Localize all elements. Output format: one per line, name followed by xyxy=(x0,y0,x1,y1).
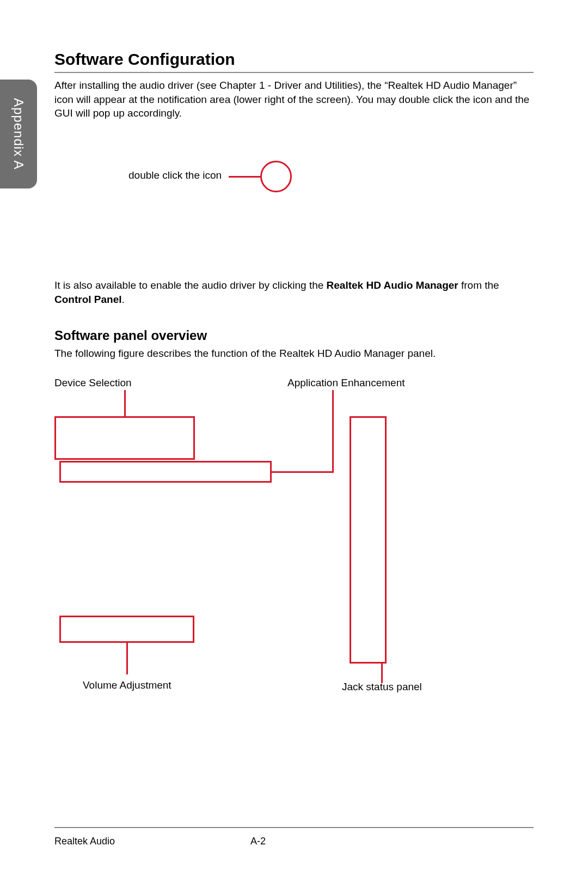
callout-line xyxy=(381,664,383,683)
intro-paragraph: After installing the audio driver (see C… xyxy=(54,78,534,120)
footer-page-number: A-2 xyxy=(250,836,266,847)
footer-chapter: Realtek Audio xyxy=(54,836,250,847)
page-title: Software Configuration xyxy=(54,50,534,73)
appendix-tab: Appendix A xyxy=(0,80,37,188)
callout-line xyxy=(126,643,128,674)
page-footer: Realtek Audio A-2 xyxy=(54,827,534,847)
icon-callout-label: double click the icon xyxy=(128,169,222,181)
label-volume-adjustment: Volume Adjustment xyxy=(83,679,171,691)
label-device-selection: Device Selection xyxy=(54,377,132,389)
box-device-selection xyxy=(54,416,195,460)
callout-line xyxy=(332,390,334,473)
label-jack-status: Jack status panel xyxy=(342,681,422,693)
box-jack-status xyxy=(350,416,387,664)
bold-text: Control Panel xyxy=(54,294,122,305)
callout-line xyxy=(124,390,126,416)
control-panel-paragraph: It is also available to enable the audio… xyxy=(54,278,534,306)
callout-line xyxy=(229,176,261,178)
callout-line xyxy=(272,471,334,473)
page-content: Software Configuration After installing … xyxy=(54,50,534,698)
text-segment: . xyxy=(122,294,125,305)
box-application-enhancement xyxy=(59,461,272,483)
text-segment: from the xyxy=(458,279,499,291)
box-volume-adjustment xyxy=(59,616,194,643)
appendix-tab-label: Appendix A xyxy=(11,98,26,169)
panel-diagram: Device Selection Application Enhancement… xyxy=(54,377,534,698)
icon-figure: double click the icon xyxy=(54,153,534,197)
bold-text: Realtek HD Audio Manager xyxy=(327,279,458,291)
text-segment: It is also available to enable the audio… xyxy=(54,279,327,291)
overview-paragraph: The following figure describes the funct… xyxy=(54,346,534,361)
callout-circle-icon xyxy=(260,161,292,192)
section-heading: Software panel overview xyxy=(54,328,534,343)
label-application-enhancement: Application Enhancement xyxy=(287,377,405,389)
